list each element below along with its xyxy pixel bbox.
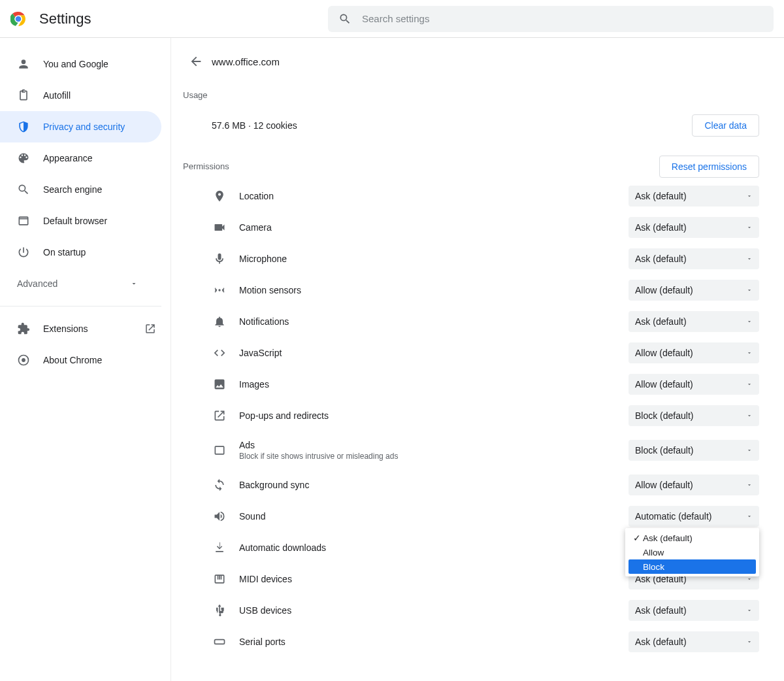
sidebar-item-autofill[interactable]: Autofill [0, 80, 161, 111]
dropdown-option[interactable]: Block [629, 559, 756, 574]
permission-row-autodl: Automatic downloads✓Ask (default)AllowBl… [183, 532, 759, 563]
midi-icon [212, 571, 227, 587]
svg-rect-6 [215, 446, 223, 454]
sidebar-item-about-chrome[interactable]: About Chrome [0, 344, 171, 376]
permission-select-value: Ask (default) [635, 637, 687, 647]
search-bar[interactable] [328, 6, 774, 32]
permission-row-motion: Motion sensorsAllow (default) [183, 274, 759, 306]
permission-select[interactable]: Allow (default) [629, 374, 759, 395]
permission-row-sound: SoundAutomatic (default) [183, 501, 759, 532]
permission-row-microphone: MicrophoneAsk (default) [183, 243, 759, 274]
permission-row-images: ImagesAllow (default) [183, 369, 759, 400]
permission-select[interactable]: Allow (default) [629, 342, 759, 363]
caret-down-icon [746, 381, 753, 388]
dropdown-option[interactable]: ✓Ask (default) [629, 531, 756, 545]
caret-down-icon [746, 224, 753, 231]
caret-down-icon [746, 513, 753, 520]
check-icon: ✓ [631, 533, 643, 543]
permission-select-value: Block (default) [635, 445, 693, 456]
permission-row-notifications: NotificationsAsk (default) [183, 306, 759, 337]
caret-down-icon [746, 318, 753, 325]
permission-select[interactable]: Allow (default) [629, 280, 759, 301]
permission-label: Images [239, 379, 629, 390]
svg-rect-8 [215, 640, 225, 644]
permission-select-value: Allow (default) [635, 480, 693, 490]
permission-select[interactable]: Ask (default) [629, 631, 759, 652]
permissions-list: LocationAsk (default)CameraAsk (default)… [183, 180, 759, 657]
permission-select-value: Allow (default) [635, 348, 693, 358]
permission-select[interactable]: Block (default) [629, 405, 759, 426]
person-icon [17, 58, 30, 71]
page-title: Settings [39, 10, 91, 27]
caret-down-icon [746, 576, 753, 582]
usage-storage-text: 57.6 MB · 12 cookies [212, 120, 297, 131]
permission-label: Serial ports [239, 637, 629, 647]
permission-select-value: Automatic (default) [635, 511, 712, 522]
sidebar-item-search-engine[interactable]: Search engine [0, 174, 161, 205]
topbar: Settings [0, 0, 784, 38]
sync-icon [212, 477, 227, 493]
sidebar-item-label: About Chrome [43, 355, 102, 365]
caret-down-icon [746, 256, 753, 262]
dropdown-option-label: Ask (default) [643, 533, 693, 543]
power-icon [17, 246, 30, 259]
chrome-outline-icon [17, 354, 30, 367]
permission-select[interactable]: Allow (default) [629, 474, 759, 495]
usage-section-title: Usage [183, 82, 759, 109]
back-button[interactable] [183, 48, 209, 75]
sidebar-item-label: Extensions [43, 324, 88, 334]
sidebar-item-default-browser[interactable]: Default browser [0, 205, 161, 237]
permission-label: Pop-ups and redirects [239, 410, 629, 421]
serial-icon [212, 634, 227, 650]
divider [0, 306, 161, 307]
chrome-logo-icon [10, 11, 26, 27]
dropdown-option-label: Allow [643, 548, 664, 557]
sidebar-item-extensions[interactable]: Extensions [0, 313, 171, 344]
permission-label: MIDI devices [239, 574, 629, 584]
sidebar-item-label: Default browser [43, 216, 107, 226]
reset-permissions-button[interactable]: Reset permissions [659, 156, 759, 178]
dropdown-option[interactable]: Allow [629, 545, 756, 559]
sidebar-advanced-toggle[interactable]: Advanced [0, 268, 171, 299]
caret-down-icon [746, 350, 753, 356]
sidebar-item-label: Autofill [43, 90, 71, 101]
permission-label: Camera [239, 222, 629, 233]
permission-label: Location [239, 191, 629, 201]
permission-label: Ads [239, 440, 629, 450]
popup-icon [212, 408, 227, 424]
palette-icon [17, 152, 30, 165]
permission-select[interactable]: Ask (default) [629, 248, 759, 269]
permission-select[interactable]: Ask (default) [629, 217, 759, 238]
permission-select[interactable]: Ask (default) [629, 186, 759, 207]
location-icon [212, 188, 227, 204]
sidebar-item-privacy-security[interactable]: Privacy and security [0, 111, 161, 142]
advanced-label: Advanced [17, 278, 57, 289]
sidebar-item-label: On startup [43, 247, 86, 257]
ads-icon [212, 442, 227, 458]
search-icon [338, 12, 351, 25]
clear-data-button[interactable]: Clear data [692, 114, 759, 137]
permission-dropdown-menu[interactable]: ✓Ask (default)AllowBlock [625, 528, 759, 576]
sidebar-item-label: You and Google [43, 59, 108, 69]
code-icon [212, 345, 227, 361]
permission-select[interactable]: Block (default) [629, 440, 759, 461]
sidebar-item-you-and-google[interactable]: You and Google [0, 48, 161, 80]
dropdown-option-label: Block [643, 562, 664, 572]
permission-row-javascript: JavaScriptAllow (default) [183, 337, 759, 369]
sidebar-item-on-startup[interactable]: On startup [0, 237, 161, 268]
sidebar-item-appearance[interactable]: Appearance [0, 142, 161, 174]
download-icon [212, 540, 227, 556]
usage-row: 57.6 MB · 12 cookies Clear data [183, 109, 759, 152]
permission-select[interactable]: Automatic (default) [629, 506, 759, 527]
permission-select[interactable]: Ask (default) [629, 600, 759, 621]
sidebar-item-label: Appearance [43, 153, 93, 163]
site-hostname: www.office.com [212, 56, 280, 67]
clipboard-icon [17, 89, 30, 102]
permission-row-usb: USB devicesAsk (default) [183, 595, 759, 626]
search-icon [17, 183, 30, 196]
permission-select[interactable]: Ask (default) [629, 311, 759, 332]
search-input[interactable] [362, 13, 763, 24]
usb-icon [212, 603, 227, 618]
permission-row-popups: Pop-ups and redirectsBlock (default) [183, 400, 759, 431]
permission-row-ads: AdsBlock if site shows intrusive or misl… [183, 431, 759, 469]
